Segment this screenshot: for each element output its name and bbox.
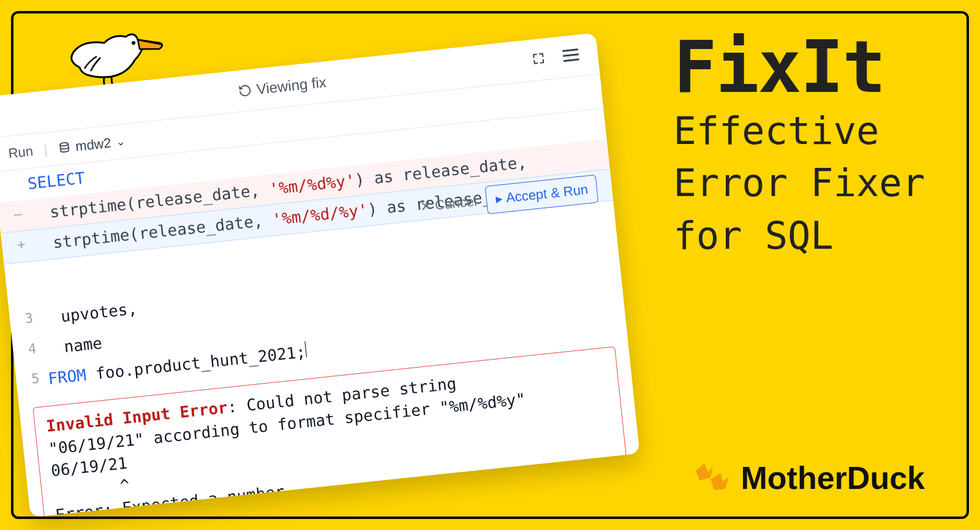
viewing-fix-label: Viewing fix [255,74,327,98]
cancel-button[interactable]: ✕ Cancel [420,192,478,217]
line-gutter [1,230,36,264]
svg-line-1 [563,50,577,51]
hero-title: FixIt [673,31,925,103]
database-name: mdw2 [75,135,112,154]
hero-sub-2: Error Fixer [673,159,925,207]
hero-text: FixIt Effective Error Fixer for SQL [673,31,925,260]
svg-point-4 [60,142,69,146]
hero-sub-3: for SQL [673,211,925,260]
viewing-fix-button[interactable]: Viewing fix [238,74,327,100]
run-button[interactable]: Run [7,143,34,161]
database-selector[interactable]: mdw2 ⌄ [58,133,126,156]
line-number: 4 [12,334,47,368]
error-icon: ! [0,420,7,436]
duck-feet-icon [687,460,735,496]
svg-line-2 [564,55,578,56]
menu-icon[interactable] [561,45,581,68]
line-number: 3 [9,304,43,338]
svg-line-3 [564,59,578,61]
chevron-down-icon: ⌄ [115,134,126,148]
line-number: 5 [15,365,50,398]
editor-card: Viewing fix Run | mdw2 ⌄ SELECT [0,33,639,518]
svg-point-0 [132,41,135,45]
play-icon: ▶ [495,192,503,205]
expand-icon[interactable] [531,51,546,68]
brand-logo: MotherDuck [687,460,925,496]
line-gutter [0,169,29,203]
brand-name: MotherDuck [741,460,925,496]
code-editor[interactable]: SELECT strptime(release_date, '%m/%d%y')… [0,108,639,517]
undo-icon [238,83,252,97]
hero-sub-1: Effective [673,107,925,155]
line-gutter [0,199,32,233]
database-icon [58,141,71,154]
